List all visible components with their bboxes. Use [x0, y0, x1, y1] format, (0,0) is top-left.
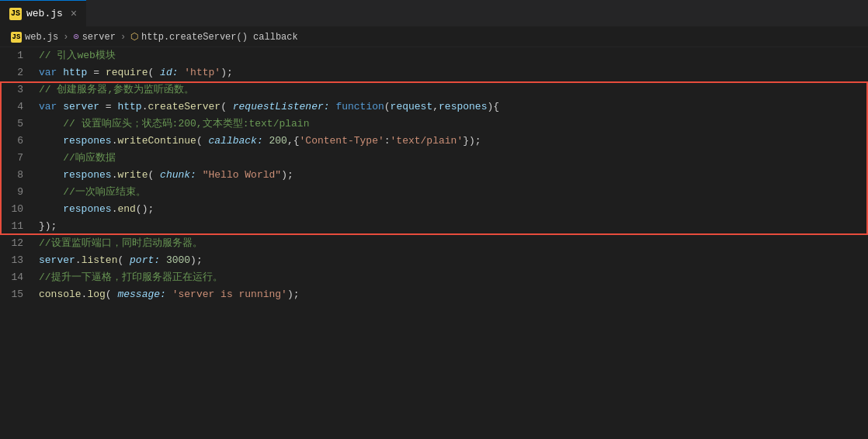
line-content-13: server.listen( port: 3000); [36, 252, 868, 269]
line-content-11: }); [36, 218, 868, 235]
code-line-12: 12 //设置监听端口，同时启动服务器。 [0, 235, 868, 252]
line-content-3: // 创建服务器,参数为监听函数。 [36, 81, 868, 99]
tab-label: web.js [26, 8, 63, 19]
breadcrumb-js-icon: JS [11, 32, 22, 43]
line-content-10: respones.end(); [36, 201, 868, 218]
line-num-3: 3 [0, 81, 36, 99]
line-content-6: respones.writeContinue( callback: 200,{'… [36, 133, 868, 150]
breadcrumb-server-icon: ⊙ [73, 31, 78, 43]
line-num-10: 10 [0, 201, 36, 218]
breadcrumb-callback-label: http.createServer() callback [141, 32, 298, 43]
line-content-7: //响应数据 [36, 150, 868, 167]
tab-close-button[interactable]: × [71, 8, 77, 20]
code-line-11: 11 }); [0, 218, 868, 235]
breadcrumb: JS web.js › ⊙ server › ⬡ http.createServ… [0, 27, 868, 47]
breadcrumb-sep-1: › [63, 32, 68, 43]
breadcrumb-sep-2: › [120, 32, 126, 43]
line-num-13: 13 [0, 252, 36, 269]
breadcrumb-server: ⊙ server [73, 31, 115, 43]
line-num-2: 2 [0, 64, 36, 81]
line-num-8: 8 [0, 167, 36, 184]
code-line-9: 9 //一次响应结束。 [0, 184, 868, 201]
code-area: 1 // 引入web模块 2 var http = require( id: '… [0, 47, 868, 439]
code-line-15: 15 console.log( message: 'server is runn… [0, 286, 868, 303]
code-line-13: 13 server.listen( port: 3000); [0, 252, 868, 269]
breadcrumb-file: JS web.js [11, 32, 58, 43]
line-content-12: //设置监听端口，同时启动服务器。 [36, 235, 868, 252]
code-line-8: 8 respones.write( chunk: "Hello World"); [0, 167, 868, 184]
line-content-1: // 引入web模块 [36, 47, 868, 64]
line-num-7: 7 [0, 150, 36, 167]
line-num-1: 1 [0, 47, 36, 64]
line-content-5: // 设置响应头；状态码:200,文本类型:text/plain [36, 116, 868, 133]
code-line-3: 3 // 创建服务器,参数为监听函数。 [0, 81, 868, 99]
line-content-2: var http = require( id: 'http'); [36, 64, 868, 81]
line-content-14: //提升一下逼格，打印服务器正在运行。 [36, 269, 868, 286]
line-num-6: 6 [0, 133, 36, 150]
tab-web-js[interactable]: JS web.js × [0, 0, 86, 27]
line-num-12: 12 [0, 235, 36, 252]
breadcrumb-file-label: web.js [25, 32, 58, 43]
code-line-6: 6 respones.writeContinue( callback: 200,… [0, 133, 868, 150]
line-num-11: 11 [0, 218, 36, 235]
code-line-7: 7 //响应数据 [0, 150, 868, 167]
code-line-1: 1 // 引入web模块 [0, 47, 868, 64]
code-line-5: 5 // 设置响应头；状态码:200,文本类型:text/plain [0, 116, 868, 133]
code-line-10: 10 respones.end(); [0, 201, 868, 218]
breadcrumb-server-label: server [82, 32, 116, 43]
line-num-15: 15 [0, 286, 36, 303]
line-num-9: 9 [0, 184, 36, 201]
code-line-4: 4 var server = http.createServer( reques… [0, 99, 868, 116]
line-content-9: //一次响应结束。 [36, 184, 868, 201]
tab-bar: JS web.js × [0, 0, 868, 27]
line-num-14: 14 [0, 269, 36, 286]
breadcrumb-func-icon: ⬡ [130, 31, 138, 43]
line-content-8: respones.write( chunk: "Hello World"); [36, 167, 868, 184]
js-file-icon: JS [9, 8, 22, 20]
line-content-15: console.log( message: 'server is running… [36, 286, 868, 303]
line-content-4: var server = http.createServer( requestL… [36, 99, 868, 116]
line-num-5: 5 [0, 116, 36, 133]
breadcrumb-callback: ⬡ http.createServer() callback [130, 31, 298, 43]
highlighted-region: 3 // 创建服务器,参数为监听函数。 4 var server = http.… [0, 81, 868, 235]
line-num-4: 4 [0, 99, 36, 116]
code-line-14: 14 //提升一下逼格，打印服务器正在运行。 [0, 269, 868, 286]
code-line-2: 2 var http = require( id: 'http'); [0, 64, 868, 81]
